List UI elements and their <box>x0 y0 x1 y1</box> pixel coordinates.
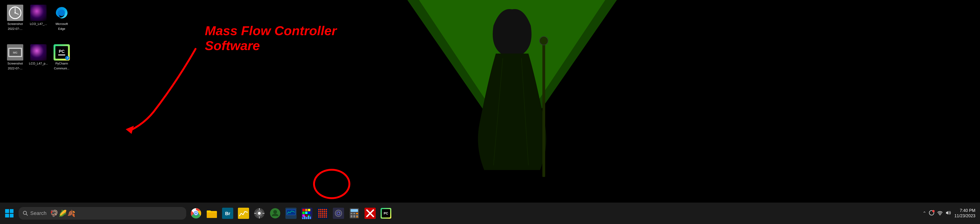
taskbar-obs-icon[interactable] <box>252 206 267 221</box>
desktop-icon-lco2[interactable]: LCO_L47_p... <box>28 44 49 65</box>
tray-notification-icon[interactable] <box>928 210 935 217</box>
svg-rect-99 <box>353 216 355 218</box>
taskbar-dots-grid-icon[interactable] <box>315 206 330 221</box>
desktop-icon-lco1[interactable]: LCO_L47_... <box>28 5 49 26</box>
svg-rect-95 <box>350 215 352 216</box>
desktop-icon-screenshot2-label2: 2022-07-... <box>8 67 22 70</box>
svg-point-64 <box>326 209 327 210</box>
svg-point-71 <box>320 213 321 214</box>
taskbar-mfc-monitor-icon[interactable] <box>283 206 298 221</box>
svg-point-80 <box>318 216 320 218</box>
taskbar-green-app-icon[interactable] <box>268 206 283 221</box>
svg-point-83 <box>324 216 325 218</box>
svg-rect-56 <box>306 217 307 219</box>
svg-rect-50 <box>308 212 310 214</box>
svg-point-76 <box>320 214 321 216</box>
svg-rect-42 <box>290 215 293 216</box>
svg-rect-49 <box>305 212 307 214</box>
desktop-icon-edge-label: Microsoft <box>56 22 68 26</box>
desktop-icon-pycharm[interactable]: PC ↗ PyCharm Communi... <box>51 44 72 70</box>
taskbar-chrome-icon[interactable] <box>189 206 204 221</box>
svg-point-13 <box>14 12 16 14</box>
svg-rect-92 <box>350 213 352 214</box>
search-bar[interactable]: Search 🦃 🌽 🍂 <box>19 207 186 219</box>
svg-rect-94 <box>356 213 358 214</box>
taskbar-apps: Br <box>189 206 923 221</box>
svg-point-68 <box>324 211 325 212</box>
svg-rect-96 <box>353 215 355 216</box>
desktop: Screenshot 2022-07-... LCO_L47_... <box>0 0 980 203</box>
desktop-icon-screenshot2[interactable]: IMG Screenshot 2022-07-... <box>5 44 25 70</box>
svg-point-24 <box>195 212 197 214</box>
taskbar-bridge-icon[interactable]: Br <box>220 206 235 221</box>
svg-point-74 <box>326 213 327 214</box>
svg-point-89 <box>339 212 340 213</box>
svg-marker-18 <box>126 126 134 134</box>
tray-wifi-icon[interactable] <box>937 210 943 217</box>
search-placeholder-text: Search <box>30 210 46 216</box>
taskbar-grid-chart-icon[interactable] <box>299 206 314 221</box>
desktop-icon-screenshot1-label2: 2022-07-... <box>8 27 22 31</box>
svg-point-63 <box>324 209 325 210</box>
svg-rect-93 <box>353 213 355 214</box>
svg-rect-98 <box>350 216 352 218</box>
taskbar: Search 🦃 🌽 🍂 <box>0 203 980 224</box>
svg-point-69 <box>326 211 327 212</box>
svg-rect-57 <box>308 216 309 219</box>
tray-volume-icon[interactable] <box>945 210 951 217</box>
svg-rect-48 <box>302 212 305 214</box>
svg-rect-5 <box>542 42 545 177</box>
thanksgiving-icons: 🦃 🌽 🍂 <box>50 210 75 217</box>
system-clock[interactable]: 7:40 PM 11/23/2023 <box>955 208 975 219</box>
svg-point-73 <box>324 213 325 214</box>
start-button[interactable] <box>2 206 16 220</box>
clock-time: 7:40 PM <box>960 208 975 213</box>
desktop-icon-edge-label2: Edge <box>58 27 65 31</box>
tray-chevron-icon[interactable]: ⌃ <box>923 210 926 216</box>
clock-date: 11/23/2023 <box>955 213 975 219</box>
svg-text:IMG: IMG <box>13 51 18 54</box>
svg-point-77 <box>322 214 323 216</box>
svg-point-78 <box>324 214 325 216</box>
taskbar-file-explorer-icon[interactable] <box>204 206 219 221</box>
svg-point-70 <box>318 213 320 214</box>
desktop-icon-pycharm-label2: Communi... <box>54 67 69 70</box>
annotation-line2: Software <box>205 38 337 53</box>
desktop-icon-screenshot1[interactable]: Screenshot 2022-07-... <box>5 5 25 30</box>
svg-point-75 <box>318 214 320 216</box>
windows-logo-icon <box>5 209 13 218</box>
annotation-line1: Mass Flow Controller <box>205 23 337 38</box>
svg-rect-100 <box>356 216 358 218</box>
svg-rect-97 <box>356 215 358 216</box>
svg-rect-91 <box>350 209 358 212</box>
desktop-icon-screenshot1-label: Screenshot <box>8 22 23 26</box>
taskbar-pycharm-icon[interactable]: PC <box>379 206 393 221</box>
svg-point-67 <box>322 211 323 212</box>
svg-point-38 <box>273 210 277 214</box>
desktop-icon-lco2-label: LCO_L47_p... <box>29 62 48 65</box>
svg-point-32 <box>258 212 261 215</box>
svg-rect-52 <box>305 214 307 217</box>
svg-point-81 <box>320 216 321 218</box>
desktop-icon-edge[interactable]: Microsoft Edge <box>51 5 72 30</box>
svg-rect-54 <box>302 217 304 219</box>
taskbar-camera-icon[interactable] <box>331 206 346 221</box>
system-tray: ⌃ <box>923 208 978 219</box>
taskbar-stock-icon[interactable] <box>236 206 251 221</box>
desktop-icons-area: Screenshot 2022-07-... LCO_L47_... <box>2 2 95 193</box>
svg-point-65 <box>318 211 320 212</box>
search-icon <box>23 211 28 216</box>
svg-rect-43 <box>288 216 294 217</box>
svg-point-105 <box>940 214 940 215</box>
svg-rect-26 <box>207 212 217 218</box>
svg-rect-45 <box>302 209 305 211</box>
desktop-icon-lco1-label: LCO_L47_... <box>30 22 47 26</box>
tray-icons-group: ⌃ <box>923 210 951 217</box>
svg-point-66 <box>320 211 321 212</box>
taskbar-x-app-icon[interactable] <box>363 206 377 221</box>
svg-point-82 <box>322 216 323 218</box>
svg-point-61 <box>320 209 321 210</box>
svg-point-84 <box>326 216 327 218</box>
taskbar-calculator-icon[interactable] <box>347 206 362 221</box>
svg-rect-55 <box>304 216 305 219</box>
